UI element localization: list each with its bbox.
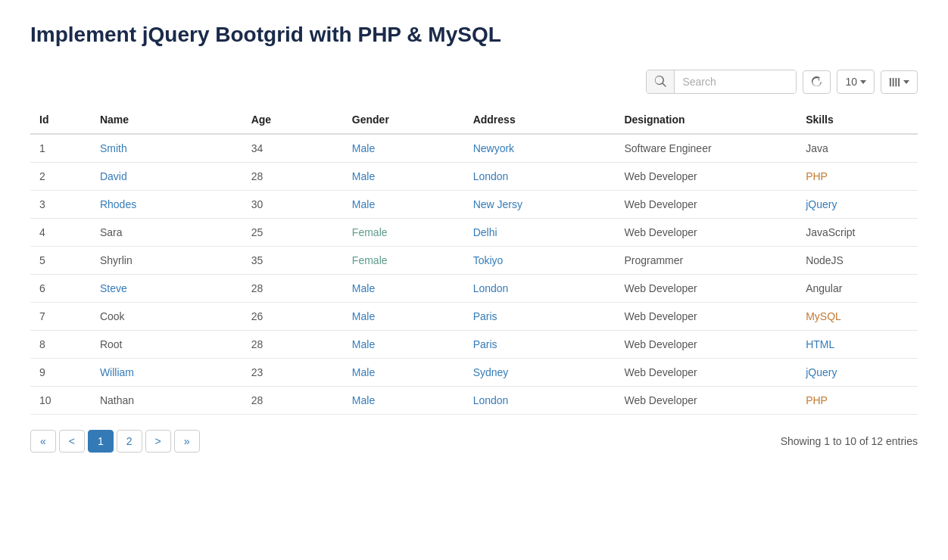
table-row: 6Steve28MaleLondonWeb DeveloperAngular <box>30 275 918 303</box>
cell-id: 8 <box>30 331 91 359</box>
col-header-gender: Gender <box>343 106 464 134</box>
cell-gender: Male <box>343 275 464 303</box>
table-row: 8Root28MaleParisWeb DeveloperHTML <box>30 331 918 359</box>
table-row: 9William23MaleSydneyWeb DeveloperjQuery <box>30 359 918 387</box>
cell-name: Shyrlin <box>91 247 242 275</box>
cell-age: 28 <box>242 331 343 359</box>
cell-designation: Web Developer <box>615 387 797 415</box>
page-first-button[interactable]: « <box>30 430 56 453</box>
cell-age: 30 <box>242 191 343 219</box>
cell-address: Delhi <box>464 219 616 247</box>
toolbar: 10 <box>30 70 918 94</box>
table-row: 10Nathan28MaleLondonWeb DeveloperPHP <box>30 387 918 415</box>
cell-skills: JavaScript <box>797 219 918 247</box>
cell-address: Paris <box>464 303 616 331</box>
cell-age: 28 <box>242 275 343 303</box>
cell-age: 35 <box>242 247 343 275</box>
cell-designation: Web Developer <box>615 303 797 331</box>
table-row: 5Shyrlin35FemaleTokiyoProgrammerNodeJS <box>30 247 918 275</box>
cell-designation: Web Developer <box>615 331 797 359</box>
cell-id: 5 <box>30 247 91 275</box>
cell-age: 23 <box>242 359 343 387</box>
refresh-icon <box>811 76 822 88</box>
page-title: Implement jQuery Bootgrid with PHP & MyS… <box>30 23 918 47</box>
cell-designation: Web Developer <box>615 359 797 387</box>
cell-address: New Jersy <box>464 191 616 219</box>
table-row: 4Sara25FemaleDelhiWeb DeveloperJavaScrip… <box>30 219 918 247</box>
cell-gender: Male <box>343 331 464 359</box>
search-input[interactable] <box>675 70 796 93</box>
cell-gender: Male <box>343 163 464 191</box>
cell-id: 3 <box>30 191 91 219</box>
cell-skills: HTML <box>797 331 918 359</box>
search-icon <box>654 76 666 88</box>
cell-name: Steve <box>91 275 242 303</box>
table-body: 1Smith34MaleNewyorkSoftware EngineerJava… <box>30 134 918 415</box>
page-2-button[interactable]: 2 <box>117 430 142 453</box>
cell-name: Root <box>91 331 242 359</box>
data-table: Id Name Age Gender Address Designation S… <box>30 106 918 415</box>
pagination-row: « < 1 2 > » Showing 1 to 10 of 12 entrie… <box>30 430 918 453</box>
page-prev-button[interactable]: < <box>59 430 85 453</box>
cell-age: 34 <box>242 134 343 163</box>
cell-designation: Web Developer <box>615 191 797 219</box>
cell-address: London <box>464 387 616 415</box>
rows-per-page-label: 10 <box>845 76 857 88</box>
cell-designation: Web Developer <box>615 275 797 303</box>
cell-gender: Female <box>343 247 464 275</box>
cell-address: Sydney <box>464 359 616 387</box>
search-box <box>646 70 797 94</box>
table-row: 1Smith34MaleNewyorkSoftware EngineerJava <box>30 134 918 163</box>
cell-address: London <box>464 275 616 303</box>
cell-id: 4 <box>30 219 91 247</box>
table-row: 2David28MaleLondonWeb DeveloperPHP <box>30 163 918 191</box>
col-header-designation: Designation <box>615 106 797 134</box>
cell-designation: Programmer <box>615 247 797 275</box>
cell-skills: Java <box>797 134 918 163</box>
cell-address: Paris <box>464 331 616 359</box>
col-header-age: Age <box>242 106 343 134</box>
page-1-button[interactable]: 1 <box>88 430 114 453</box>
cell-gender: Female <box>343 219 464 247</box>
columns-button[interactable] <box>881 70 918 94</box>
cell-name: Sara <box>91 219 242 247</box>
cell-designation: Web Developer <box>615 219 797 247</box>
page-next-button[interactable]: > <box>145 430 171 453</box>
cell-name: Smith <box>91 134 242 163</box>
col-header-id: Id <box>30 106 91 134</box>
cell-skills: MySQL <box>797 303 918 331</box>
cell-id: 10 <box>30 387 91 415</box>
pagination: « < 1 2 > » <box>30 430 200 453</box>
showing-text: Showing 1 to 10 of 12 entries <box>781 435 918 447</box>
cell-name: Nathan <box>91 387 242 415</box>
rows-per-page-button[interactable]: 10 <box>837 70 875 94</box>
cell-designation: Web Developer <box>615 163 797 191</box>
cell-address: Tokiyo <box>464 247 616 275</box>
cell-address: Newyork <box>464 134 616 163</box>
col-header-skills: Skills <box>797 106 918 134</box>
cell-id: 7 <box>30 303 91 331</box>
search-button[interactable] <box>647 70 675 93</box>
table-row: 3Rhodes30MaleNew JersyWeb DeveloperjQuer… <box>30 191 918 219</box>
columns-icon <box>889 76 900 88</box>
cell-id: 6 <box>30 275 91 303</box>
cell-designation: Software Engineer <box>615 134 797 163</box>
table-header: Id Name Age Gender Address Designation S… <box>30 106 918 134</box>
cell-age: 28 <box>242 163 343 191</box>
cell-skills: NodeJS <box>797 247 918 275</box>
cell-skills: PHP <box>797 387 918 415</box>
cell-id: 1 <box>30 134 91 163</box>
cell-address: London <box>464 163 616 191</box>
col-header-address: Address <box>464 106 616 134</box>
cell-name: Cook <box>91 303 242 331</box>
table-row: 7Cook26MaleParisWeb DeveloperMySQL <box>30 303 918 331</box>
cell-id: 2 <box>30 163 91 191</box>
cell-age: 26 <box>242 303 343 331</box>
page-last-button[interactable]: » <box>174 430 200 453</box>
columns-caret-icon <box>903 80 909 84</box>
col-header-name: Name <box>91 106 242 134</box>
cell-age: 28 <box>242 387 343 415</box>
cell-gender: Male <box>343 387 464 415</box>
refresh-button[interactable] <box>803 70 831 94</box>
cell-age: 25 <box>242 219 343 247</box>
